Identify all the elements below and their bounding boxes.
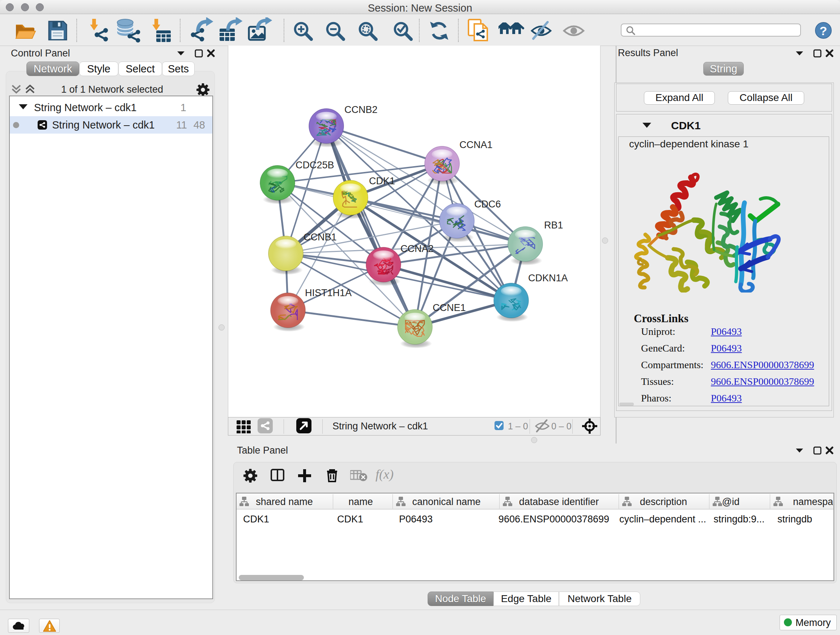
svg-text:CCNB1: CCNB1 (303, 232, 337, 242)
svg-text:CDC25B: CDC25B (295, 160, 334, 171)
svg-text:CCNA2: CCNA2 (401, 243, 434, 254)
svg-text:HIST1H1A: HIST1H1A (305, 287, 352, 298)
svg-text:CDC6: CDC6 (474, 199, 501, 210)
svg-text:CCNA1: CCNA1 (459, 139, 493, 150)
svg-text:CCNB2: CCNB2 (344, 104, 378, 115)
svg-text:CDK1: CDK1 (369, 176, 395, 187)
svg-text:RB1: RB1 (544, 220, 563, 231)
svg-text:CCNE1: CCNE1 (433, 302, 466, 313)
svg-text:CDKN1A: CDKN1A (528, 272, 568, 283)
